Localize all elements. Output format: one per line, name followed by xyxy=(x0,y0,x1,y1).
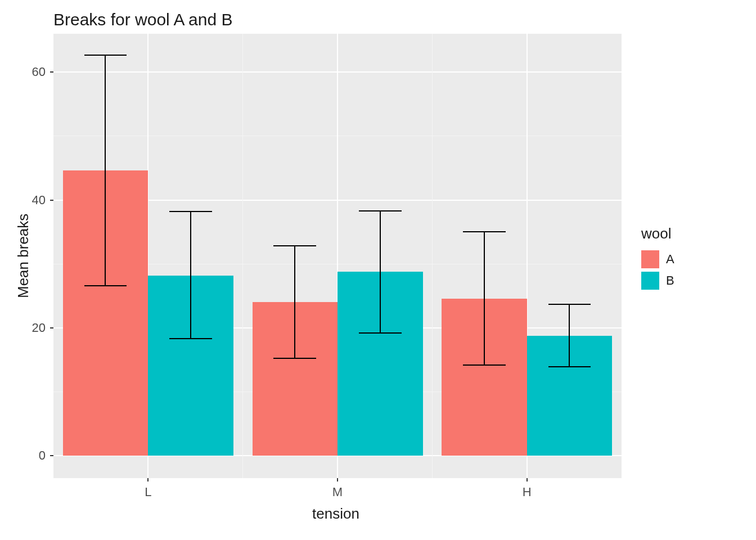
errorbar-A-L xyxy=(105,56,106,286)
errorbar-B-H xyxy=(569,304,570,367)
legend: wool AB xyxy=(641,225,674,293)
errorbar-cap xyxy=(273,358,316,359)
x-tick-label: L xyxy=(145,485,151,500)
errorbar-cap xyxy=(169,338,212,339)
legend-swatch xyxy=(641,250,659,268)
errorbar-cap xyxy=(463,231,506,232)
x-axis-title: tension xyxy=(312,505,359,523)
errorbar-cap xyxy=(548,304,591,305)
y-tick-mark xyxy=(50,200,53,201)
chart-title: Breaks for wool A and B xyxy=(53,10,233,29)
errorbar-B-L xyxy=(190,212,191,339)
legend-swatch xyxy=(641,272,659,290)
y-tick-mark xyxy=(50,455,53,456)
errorbar-cap xyxy=(359,210,402,212)
errorbar-cap xyxy=(359,332,402,334)
legend-label: A xyxy=(666,252,674,267)
y-tick-label: 0 xyxy=(0,448,46,463)
y-tick-mark xyxy=(50,327,53,328)
errorbar-cap xyxy=(273,245,316,246)
legend-label: B xyxy=(666,273,674,288)
y-axis-title: Mean breaks xyxy=(15,214,32,298)
grid-minor-v xyxy=(432,34,433,478)
x-tick-label: M xyxy=(332,485,343,500)
errorbar-cap xyxy=(84,55,127,56)
errorbar-cap xyxy=(463,364,506,366)
errorbar-A-M xyxy=(294,246,295,358)
chart-container: Breaks for wool A and B Mean breaks tens… xyxy=(0,0,756,540)
legend-item-A: A xyxy=(641,250,674,268)
errorbar-cap xyxy=(84,285,127,286)
y-tick-mark xyxy=(50,71,53,73)
x-tick-mark xyxy=(526,478,528,482)
legend-key xyxy=(641,272,659,290)
errorbar-A-H xyxy=(484,232,485,364)
y-tick-label: 60 xyxy=(0,65,46,79)
legend-title: wool xyxy=(641,225,674,242)
plot-panel xyxy=(53,34,622,478)
legend-item-B: B xyxy=(641,272,674,290)
y-tick-label: 40 xyxy=(0,193,46,208)
x-tick-mark xyxy=(147,478,148,482)
x-tick-label: H xyxy=(523,485,532,500)
errorbar-cap xyxy=(548,366,591,367)
y-tick-label: 20 xyxy=(0,321,46,335)
x-tick-mark xyxy=(337,478,338,482)
grid-minor-v xyxy=(242,34,243,478)
errorbar-cap xyxy=(169,211,212,212)
legend-key xyxy=(641,250,659,268)
errorbar-B-M xyxy=(380,211,381,333)
